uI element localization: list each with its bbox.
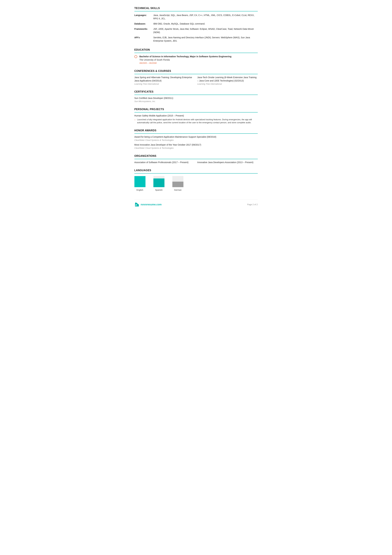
technical-skills-section: TECHNICAL SKILLS Languages: Java, JavaSc…: [134, 6, 258, 44]
personal-projects-section: PERSONAL PROJECTS Human Safety Mobile Ap…: [134, 107, 258, 124]
skill-value: Servlets, EJB, Java Naming and Directory…: [153, 35, 258, 44]
language-item: Spanish: [153, 176, 164, 192]
skill-value: IBM DB2, Oracle, MySQL, Database SQL com…: [153, 21, 258, 26]
education-section: EDUCATION Bachelor of Science in Informa…: [134, 48, 258, 65]
education-date: 08/2005 – 06/2008: [139, 62, 231, 65]
award-title: Award for being a Competent Application …: [134, 135, 258, 139]
skill-label: API's: [134, 35, 153, 44]
organization-item: Association of Software Professionals (2…: [134, 161, 195, 164]
language-bar: [134, 176, 145, 187]
certificate-org: Sun Microsystems, Inc.: [134, 100, 258, 103]
skill-value: JSF, J2EE, Apache Struts, Java Mai; Soft…: [153, 26, 258, 35]
honor-awards-title: HONOR AWARDS: [134, 129, 258, 134]
certificates-title: CERTIFICATES: [134, 90, 258, 95]
project-item: Human Safety Mobile Application (2015 – …: [134, 114, 258, 124]
certificate-title: Sun Certified Java Developer (09/2011): [134, 96, 258, 100]
project-title: Human Safety Mobile Application (2015 – …: [134, 114, 258, 117]
project-bullet-text: Launched a fully integrated application …: [137, 118, 258, 124]
language-fill: [134, 176, 145, 187]
footer-logo-text: novoresume.com: [141, 203, 162, 206]
project-bullets: – Launched a fully integrated applicatio…: [134, 118, 258, 124]
language-name: Spanish: [155, 189, 163, 192]
award-item: Award for being a Competent Application …: [134, 135, 258, 142]
conference-org: Learning Tree International: [197, 82, 258, 86]
language-item: English: [134, 176, 145, 192]
award-title: Most Innovative Java Developer of the Ye…: [134, 143, 258, 146]
skill-label: Frameworks: [134, 26, 153, 35]
honor-awards-section: HONOR AWARDS Award for being a Competent…: [134, 129, 258, 150]
resume-page: TECHNICAL SKILLS Languages: Java, JavaSc…: [125, 0, 267, 217]
award-item: Most Innovative Java Developer of the Ye…: [134, 143, 258, 150]
skills-table: Languages: Java, JavaScript, SQL, Java B…: [134, 13, 258, 44]
skill-value: Java, JavaScript, SQL, Java Beans, JSP, …: [153, 13, 258, 21]
technical-skills-title: TECHNICAL SKILLS: [134, 6, 258, 11]
education-school: The University of South Florida: [139, 58, 231, 62]
project-bullet: – Launched a fully integrated applicatio…: [134, 118, 258, 124]
language-fill: [172, 182, 183, 187]
footer-page-number: Page 2 of 2: [247, 203, 258, 206]
language-bar: [172, 176, 183, 187]
languages-title: LANGUAGES: [134, 168, 258, 174]
organization-item: Innovative Java Developers Association (…: [197, 161, 258, 164]
conference-item: Java Spring and Hibernate Training: Deve…: [134, 76, 195, 86]
footer: n novoresume.com Page 2 of 2: [134, 199, 258, 207]
certificates-section: CERTIFICATES Sun Certified Java Develope…: [134, 90, 258, 103]
conference-org: Learning Tree International: [134, 82, 195, 86]
project-bullet-dash: –: [134, 118, 135, 121]
languages-section: LANGUAGES English Spanish German: [134, 168, 258, 192]
svg-text:n: n: [135, 203, 137, 206]
language-name: German: [174, 189, 182, 192]
certificate-item: Sun Certified Java Developer (09/2011) S…: [134, 96, 258, 103]
footer-logo: n novoresume.com: [134, 202, 162, 207]
education-degree: Bachelor of Science in Information Techn…: [139, 55, 231, 58]
education-item: Bachelor of Science in Information Techn…: [134, 55, 258, 65]
award-org: ClearWater Cloud Systems & Technologies: [134, 139, 258, 142]
skills-row: Languages: Java, JavaScript, SQL, Java B…: [134, 13, 258, 21]
language-name: English: [136, 189, 143, 192]
conferences-title: CONFERENCES & COURSES: [134, 69, 258, 74]
organizations-title: ORGANIZATIONS: [134, 154, 258, 159]
education-bullet: [134, 55, 137, 58]
language-bar: [153, 176, 164, 187]
award-org: ClearWater Cloud Systems & Technologies: [134, 146, 258, 150]
conference-item: Java-Tech Onsite Learning (8-Week Extens…: [197, 76, 258, 86]
skills-row: Frameworks JSF, J2EE, Apache Struts, Jav…: [134, 26, 258, 35]
skills-row: API's Servlets, EJB, Java Naming and Dir…: [134, 35, 258, 44]
language-fill: [153, 178, 164, 187]
personal-projects-title: PERSONAL PROJECTS: [134, 107, 258, 112]
conference-title: Java Spring and Hibernate Training: Deve…: [134, 76, 195, 82]
education-content: Bachelor of Science in Information Techn…: [139, 55, 231, 65]
conference-title: Java-Tech Onsite Learning (8-Week Extens…: [197, 76, 258, 82]
organizations-section: ORGANIZATIONS Association of Software Pr…: [134, 154, 258, 164]
logo-icon: n: [134, 202, 139, 207]
skill-label: Languages:: [134, 13, 153, 21]
conferences-section: CONFERENCES & COURSES Java Spring and Hi…: [134, 69, 258, 86]
skills-row: Databases IBM DB2, Oracle, MySQL, Databa…: [134, 21, 258, 26]
education-title: EDUCATION: [134, 48, 258, 53]
language-item: German: [172, 176, 183, 192]
skill-label: Databases: [134, 21, 153, 26]
